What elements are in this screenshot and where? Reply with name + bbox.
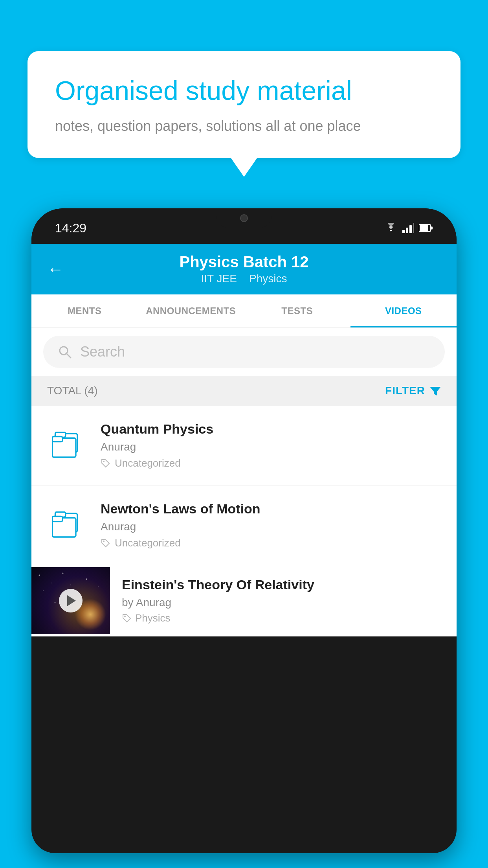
item-title: Quantum Physics: [101, 421, 441, 437]
filter-icon: [430, 385, 441, 396]
thumbnail: [31, 567, 110, 634]
search-bar[interactable]: Search: [43, 336, 445, 368]
item-title: Newton's Laws of Motion: [101, 501, 441, 517]
content-list: Quantum Physics Anurag Uncategorized: [31, 406, 457, 636]
speech-bubble-title: Organised study material: [55, 75, 433, 107]
app-header: ← Physics Batch 12 IIT JEE Physics: [31, 244, 457, 294]
search-container: Search: [31, 328, 457, 376]
speech-bubble-container: Organised study material notes, question…: [28, 51, 460, 158]
battery-icon: [419, 224, 433, 232]
batch-tag2: Physics: [249, 272, 287, 285]
phone-notch: [216, 208, 272, 228]
list-item[interactable]: Newton's Laws of Motion Anurag Uncategor…: [31, 485, 457, 565]
total-count: TOTAL (4): [47, 384, 98, 397]
batch-title: Physics Batch 12: [75, 253, 413, 271]
tag-label: Uncategorized: [115, 457, 181, 469]
svg-rect-18: [52, 517, 62, 522]
header-title-group: Physics Batch 12 IIT JEE Physics: [75, 253, 413, 285]
svg-point-24: [86, 579, 87, 580]
item-icon-wrapper: [47, 511, 86, 539]
svg-rect-1: [406, 228, 408, 233]
play-triangle-icon: [67, 595, 76, 606]
phone-wrapper: 14:29: [31, 208, 457, 868]
search-placeholder: Search: [80, 344, 125, 360]
tab-announcements[interactable]: ANNOUNCEMENTS: [138, 294, 244, 327]
camera-dot: [240, 214, 248, 222]
svg-point-28: [124, 616, 126, 617]
svg-rect-6: [431, 226, 433, 230]
item-info: Newton's Laws of Motion Anurag Uncategor…: [101, 501, 441, 549]
item-author: by Anurag: [122, 596, 445, 609]
item-icon-wrapper: [47, 432, 86, 459]
svg-point-26: [70, 585, 71, 585]
phone-frame: 14:29: [31, 208, 457, 853]
folder-icon: [52, 432, 82, 459]
svg-marker-9: [430, 387, 441, 395]
status-icons: [384, 223, 433, 233]
svg-rect-5: [420, 225, 428, 231]
tab-tests[interactable]: TESTS: [244, 294, 350, 327]
item-title: Einstein's Theory Of Relativity: [122, 577, 445, 592]
speech-bubble-subtitle: notes, question papers, solutions all at…: [55, 118, 433, 134]
item-info: Einstein's Theory Of Relativity by Anura…: [110, 565, 457, 636]
folder-icon: [52, 511, 82, 539]
item-tag: Physics: [122, 612, 445, 624]
status-bar: 14:29: [31, 208, 457, 244]
svg-point-20: [39, 575, 40, 576]
item-author: Anurag: [101, 520, 441, 533]
list-item[interactable]: Einstein's Theory Of Relativity by Anura…: [31, 565, 457, 636]
filter-button[interactable]: FILTER: [385, 384, 441, 397]
filter-bar: TOTAL (4) FILTER: [31, 376, 457, 406]
speech-bubble: Organised study material notes, question…: [28, 51, 460, 158]
tag-label: Physics: [135, 612, 171, 624]
item-tag: Uncategorized: [101, 457, 441, 469]
svg-rect-2: [409, 225, 412, 233]
svg-rect-3: [413, 223, 414, 233]
svg-point-27: [55, 602, 56, 603]
svg-point-21: [51, 583, 51, 583]
item-info: Quantum Physics Anurag Uncategorized: [101, 421, 441, 469]
tag-icon: [122, 613, 132, 623]
svg-rect-0: [402, 230, 405, 233]
tag-icon: [101, 458, 111, 469]
clock: 14:29: [55, 221, 86, 235]
tab-ments[interactable]: MENTS: [31, 294, 138, 327]
list-item[interactable]: Quantum Physics Anurag Uncategorized: [31, 406, 457, 485]
tag-label: Uncategorized: [115, 537, 181, 549]
signal-icon: [402, 223, 414, 233]
svg-point-23: [43, 590, 44, 591]
item-author: Anurag: [101, 441, 441, 453]
tag-icon: [101, 538, 111, 548]
svg-point-14: [103, 461, 105, 462]
tab-bar: MENTS ANNOUNCEMENTS TESTS VIDEOS: [31, 294, 457, 328]
play-button[interactable]: [59, 589, 83, 612]
batch-subtitle: IIT JEE Physics: [75, 272, 413, 285]
filter-label: FILTER: [385, 384, 425, 397]
item-tag: Uncategorized: [101, 537, 441, 549]
wifi-icon: [384, 223, 398, 233]
svg-rect-13: [52, 437, 62, 442]
svg-point-22: [62, 573, 64, 574]
svg-point-19: [103, 541, 105, 542]
tab-videos[interactable]: VIDEOS: [350, 294, 457, 327]
back-button[interactable]: ←: [47, 260, 64, 279]
svg-line-8: [67, 354, 71, 358]
batch-tag1: IIT JEE: [201, 272, 237, 285]
svg-point-25: [98, 587, 99, 587]
search-icon: [57, 344, 72, 359]
